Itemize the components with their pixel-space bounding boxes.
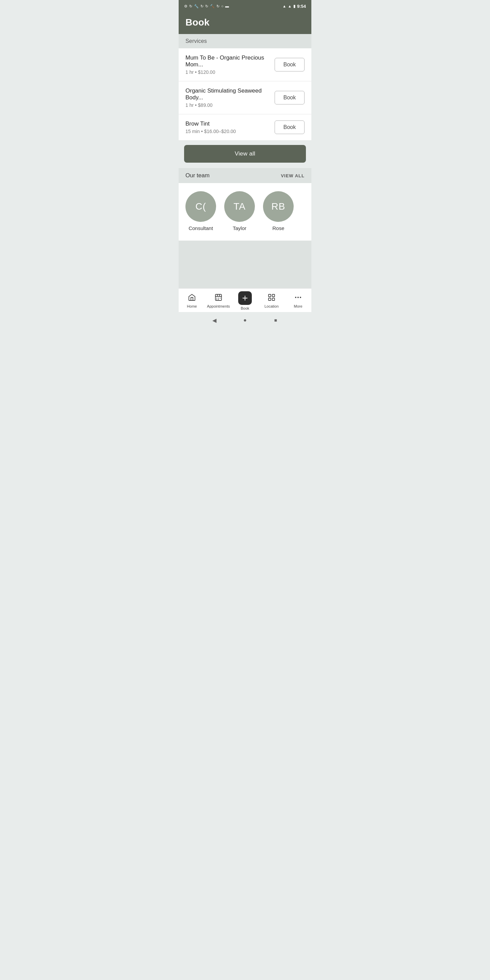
- location-icon: [267, 293, 275, 303]
- service-item: Brow Tint 15 min • $16.00–$20.00 Book: [179, 115, 311, 140]
- svg-rect-12: [272, 294, 275, 297]
- sync-icon-4: ↻: [216, 4, 220, 8]
- view-all-button[interactable]: View all: [184, 145, 306, 163]
- wrench-icon: 🔨: [210, 4, 215, 8]
- services-list: Mum To Be - Organic Precious Mom... 1 hr…: [179, 48, 311, 140]
- nav-book-label: Book: [240, 306, 249, 310]
- svg-point-17: [300, 297, 301, 298]
- avatar-taylor: TA: [224, 191, 255, 222]
- avatar-consultant: C(: [185, 191, 216, 222]
- nav-location[interactable]: Location: [258, 293, 285, 308]
- service-details: 1 hr • $89.00: [185, 102, 269, 108]
- team-member-name-taylor: Taylor: [233, 225, 247, 231]
- time-display: 9:54: [297, 4, 306, 9]
- team-member-taylor[interactable]: TA Taylor: [224, 191, 255, 231]
- android-nav-bar: ◀ ● ■: [179, 312, 311, 328]
- nav-more[interactable]: More: [285, 293, 311, 308]
- svg-point-15: [295, 297, 296, 298]
- service-details: 15 min • $16.00–$20.00: [185, 129, 269, 134]
- service-item: Organic Stimulating Seaweed Body... 1 hr…: [179, 81, 311, 115]
- signal-icon: ▲: [288, 4, 292, 8]
- nav-location-label: Location: [264, 304, 279, 308]
- service-name: Mum To Be - Organic Precious Mom...: [185, 54, 269, 68]
- services-section-header: Services: [179, 34, 311, 48]
- svg-rect-11: [269, 294, 271, 297]
- status-icons: ⚙ ↻ 🔧 ↻ ↻ 🔨 ↻ ○ ▬: [184, 4, 229, 8]
- book-button-3[interactable]: Book: [275, 121, 305, 134]
- main-content: Services Mum To Be - Organic Precious Mo…: [179, 34, 311, 288]
- service-info: Brow Tint 15 min • $16.00–$20.00: [185, 121, 269, 134]
- book-button-1[interactable]: Book: [275, 58, 305, 72]
- wifi-icon: ▲: [282, 4, 286, 8]
- status-right: ▲ ▲ ▮ 9:54: [282, 4, 306, 9]
- team-section-header: Our team VIEW ALL: [179, 168, 311, 183]
- book-button-2[interactable]: Book: [275, 91, 305, 105]
- sync-icon-3: ↻: [205, 4, 208, 8]
- sync-icon-1: ↻: [189, 4, 192, 8]
- nav-more-label: More: [294, 304, 302, 308]
- battery-icon: ▮: [293, 4, 295, 8]
- page-title: Book: [185, 17, 305, 28]
- settings-icon: ⚙: [184, 4, 188, 8]
- nav-appointments[interactable]: Appointments: [205, 293, 232, 308]
- appointments-icon: [215, 293, 223, 303]
- service-name: Brow Tint: [185, 121, 269, 127]
- nav-home-label: Home: [187, 304, 197, 308]
- svg-point-16: [298, 297, 299, 298]
- tool-icon: 🔧: [194, 4, 199, 8]
- android-back-button[interactable]: ◀: [211, 317, 218, 324]
- avatar-rose: RB: [263, 191, 294, 222]
- team-list: C( Consultant TA Taylor RB Rose: [179, 183, 311, 240]
- service-details: 1 hr • $120.00: [185, 69, 269, 75]
- empty-area: [179, 240, 311, 288]
- nav-book[interactable]: Book: [232, 291, 258, 310]
- header: Book: [179, 12, 311, 34]
- book-plus-icon: [238, 291, 252, 305]
- status-bar: ⚙ ↻ 🔧 ↻ ↻ 🔨 ↻ ○ ▬ ▲ ▲ ▮ 9:54: [179, 0, 311, 12]
- view-all-container: View all: [179, 140, 311, 168]
- more-icon: [294, 293, 302, 303]
- team-member-rose[interactable]: RB Rose: [263, 191, 294, 231]
- sync-icon-2: ↻: [200, 4, 204, 8]
- android-recents-button[interactable]: ■: [272, 317, 279, 324]
- services-section-label: Services: [185, 38, 207, 44]
- android-home-button[interactable]: ●: [241, 317, 249, 324]
- nav-home[interactable]: Home: [179, 293, 205, 308]
- svg-rect-13: [272, 298, 275, 301]
- team-member-consultant[interactable]: C( Consultant: [185, 191, 216, 231]
- service-item: Mum To Be - Organic Precious Mom... 1 hr…: [179, 48, 311, 81]
- team-section-label: Our team: [185, 172, 210, 179]
- service-info: Organic Stimulating Seaweed Body... 1 hr…: [185, 88, 269, 108]
- card-icon: ▬: [225, 4, 229, 8]
- circle-icon: ○: [221, 4, 224, 8]
- service-info: Mum To Be - Organic Precious Mom... 1 hr…: [185, 54, 269, 75]
- team-view-all-link[interactable]: VIEW ALL: [281, 173, 305, 178]
- team-member-name-rose: Rose: [272, 225, 284, 231]
- service-name: Organic Stimulating Seaweed Body...: [185, 88, 269, 101]
- home-icon: [188, 293, 196, 303]
- team-member-name-consultant: Consultant: [189, 225, 213, 231]
- bottom-navigation: Home Appointments Book: [179, 288, 311, 312]
- svg-rect-14: [269, 298, 271, 301]
- nav-appointments-label: Appointments: [207, 304, 230, 308]
